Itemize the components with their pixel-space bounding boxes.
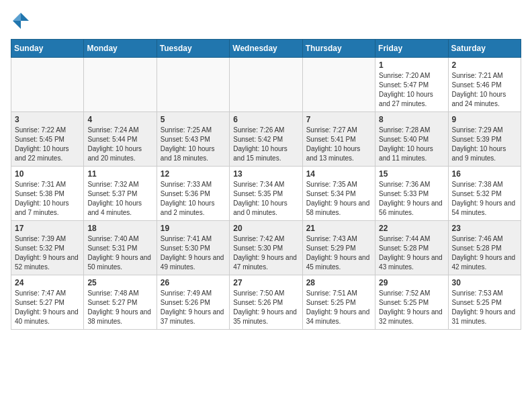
- calendar-week-row: 17Sunrise: 7:39 AM Sunset: 5:32 PM Dayli…: [11, 221, 521, 275]
- calendar-header-row: SundayMondayTuesdayWednesdayThursdayFrid…: [11, 40, 521, 58]
- logo: [11, 11, 34, 31]
- day-number: 6: [233, 115, 298, 124]
- day-info: Sunrise: 7:33 AM Sunset: 5:36 PM Dayligh…: [161, 180, 226, 218]
- day-info: Sunrise: 7:43 AM Sunset: 5:29 PM Dayligh…: [306, 234, 371, 272]
- day-of-week-header: Saturday: [448, 40, 521, 58]
- calendar-week-row: 1Sunrise: 7:20 AM Sunset: 5:47 PM Daylig…: [11, 58, 521, 112]
- day-number: 30: [452, 278, 517, 287]
- calendar-day-cell: [157, 58, 229, 112]
- calendar-day-cell: 2Sunrise: 7:21 AM Sunset: 5:46 PM Daylig…: [448, 58, 521, 112]
- calendar-day-cell: [11, 58, 84, 112]
- day-info: Sunrise: 7:52 AM Sunset: 5:25 PM Dayligh…: [379, 289, 444, 326]
- day-number: 25: [87, 278, 152, 287]
- day-info: Sunrise: 7:47 AM Sunset: 5:27 PM Dayligh…: [15, 289, 80, 326]
- calendar-day-cell: 6Sunrise: 7:26 AM Sunset: 5:42 PM Daylig…: [230, 112, 302, 167]
- day-info: Sunrise: 7:53 AM Sunset: 5:25 PM Dayligh…: [452, 289, 517, 326]
- day-info: Sunrise: 7:39 AM Sunset: 5:32 PM Dayligh…: [15, 234, 80, 272]
- day-number: 20: [233, 224, 298, 233]
- day-info: Sunrise: 7:24 AM Sunset: 5:44 PM Dayligh…: [87, 126, 152, 163]
- day-info: Sunrise: 7:34 AM Sunset: 5:35 PM Dayligh…: [233, 180, 298, 218]
- day-number: 12: [161, 169, 226, 179]
- calendar-day-cell: 4Sunrise: 7:24 AM Sunset: 5:44 PM Daylig…: [84, 112, 157, 167]
- calendar-day-cell: 13Sunrise: 7:34 AM Sunset: 5:35 PM Dayli…: [230, 167, 302, 221]
- calendar-day-cell: 19Sunrise: 7:41 AM Sunset: 5:30 PM Dayli…: [157, 221, 229, 275]
- day-number: 18: [87, 224, 152, 233]
- day-number: 1: [379, 60, 444, 70]
- day-info: Sunrise: 7:36 AM Sunset: 5:33 PM Dayligh…: [379, 180, 444, 218]
- calendar-day-cell: 26Sunrise: 7:49 AM Sunset: 5:26 PM Dayli…: [157, 275, 229, 330]
- day-of-week-header: Monday: [84, 40, 157, 58]
- day-number: 8: [379, 115, 444, 124]
- day-number: 21: [306, 224, 371, 233]
- day-of-week-header: Friday: [375, 40, 448, 58]
- day-number: 2: [452, 60, 517, 70]
- calendar-day-cell: 16Sunrise: 7:38 AM Sunset: 5:32 PM Dayli…: [448, 167, 521, 221]
- day-info: Sunrise: 7:20 AM Sunset: 5:47 PM Dayligh…: [379, 71, 444, 109]
- day-number: 24: [15, 278, 80, 287]
- calendar-day-cell: 18Sunrise: 7:40 AM Sunset: 5:31 PM Dayli…: [84, 221, 157, 275]
- day-number: 3: [15, 115, 80, 124]
- day-info: Sunrise: 7:41 AM Sunset: 5:30 PM Dayligh…: [161, 234, 226, 272]
- logo-icon: [11, 11, 31, 31]
- day-number: 27: [233, 278, 298, 287]
- day-number: 16: [452, 169, 517, 179]
- day-number: 4: [87, 115, 152, 124]
- calendar-day-cell: 15Sunrise: 7:36 AM Sunset: 5:33 PM Dayli…: [375, 167, 448, 221]
- day-of-week-header: Thursday: [302, 40, 375, 58]
- calendar-week-row: 10Sunrise: 7:31 AM Sunset: 5:38 PM Dayli…: [11, 167, 521, 221]
- page-header: [11, 11, 521, 31]
- calendar-day-cell: 30Sunrise: 7:53 AM Sunset: 5:25 PM Dayli…: [448, 275, 521, 330]
- day-info: Sunrise: 7:44 AM Sunset: 5:28 PM Dayligh…: [379, 234, 444, 272]
- calendar-day-cell: 8Sunrise: 7:28 AM Sunset: 5:40 PM Daylig…: [375, 112, 448, 167]
- day-info: Sunrise: 7:50 AM Sunset: 5:26 PM Dayligh…: [233, 289, 298, 326]
- svg-marker-0: [21, 13, 29, 21]
- day-info: Sunrise: 7:46 AM Sunset: 5:28 PM Dayligh…: [452, 234, 517, 272]
- svg-marker-2: [13, 21, 21, 29]
- day-info: Sunrise: 7:25 AM Sunset: 5:43 PM Dayligh…: [161, 126, 226, 163]
- day-number: 28: [306, 278, 371, 287]
- day-number: 11: [87, 169, 152, 179]
- day-info: Sunrise: 7:28 AM Sunset: 5:40 PM Dayligh…: [379, 126, 444, 163]
- calendar-day-cell: 3Sunrise: 7:22 AM Sunset: 5:45 PM Daylig…: [11, 112, 84, 167]
- calendar-day-cell: 22Sunrise: 7:44 AM Sunset: 5:28 PM Dayli…: [375, 221, 448, 275]
- day-info: Sunrise: 7:31 AM Sunset: 5:38 PM Dayligh…: [15, 180, 80, 218]
- day-number: 29: [379, 278, 444, 287]
- calendar-day-cell: 25Sunrise: 7:48 AM Sunset: 5:27 PM Dayli…: [84, 275, 157, 330]
- calendar-week-row: 24Sunrise: 7:47 AM Sunset: 5:27 PM Dayli…: [11, 275, 521, 330]
- calendar-day-cell: 24Sunrise: 7:47 AM Sunset: 5:27 PM Dayli…: [11, 275, 84, 330]
- day-number: 14: [306, 169, 371, 179]
- day-number: 13: [233, 169, 298, 179]
- day-info: Sunrise: 7:27 AM Sunset: 5:41 PM Dayligh…: [306, 126, 371, 163]
- calendar-day-cell: 14Sunrise: 7:35 AM Sunset: 5:34 PM Dayli…: [302, 167, 375, 221]
- day-info: Sunrise: 7:40 AM Sunset: 5:31 PM Dayligh…: [87, 234, 152, 272]
- day-info: Sunrise: 7:26 AM Sunset: 5:42 PM Dayligh…: [233, 126, 298, 163]
- day-info: Sunrise: 7:29 AM Sunset: 5:39 PM Dayligh…: [452, 126, 517, 163]
- day-number: 17: [15, 224, 80, 233]
- calendar-day-cell: 27Sunrise: 7:50 AM Sunset: 5:26 PM Dayli…: [230, 275, 302, 330]
- day-info: Sunrise: 7:32 AM Sunset: 5:37 PM Dayligh…: [87, 180, 152, 218]
- day-number: 26: [161, 278, 226, 287]
- svg-marker-1: [13, 13, 21, 21]
- day-of-week-header: Tuesday: [157, 40, 229, 58]
- calendar-day-cell: 12Sunrise: 7:33 AM Sunset: 5:36 PM Dayli…: [157, 167, 229, 221]
- day-of-week-header: Wednesday: [230, 40, 302, 58]
- day-number: 19: [161, 224, 226, 233]
- day-info: Sunrise: 7:48 AM Sunset: 5:27 PM Dayligh…: [87, 289, 152, 326]
- day-info: Sunrise: 7:49 AM Sunset: 5:26 PM Dayligh…: [161, 289, 226, 326]
- calendar-day-cell: 28Sunrise: 7:51 AM Sunset: 5:25 PM Dayli…: [302, 275, 375, 330]
- calendar-day-cell: [302, 58, 375, 112]
- day-info: Sunrise: 7:22 AM Sunset: 5:45 PM Dayligh…: [15, 126, 80, 163]
- day-number: 9: [452, 115, 517, 124]
- calendar-day-cell: 7Sunrise: 7:27 AM Sunset: 5:41 PM Daylig…: [302, 112, 375, 167]
- calendar-day-cell: 9Sunrise: 7:29 AM Sunset: 5:39 PM Daylig…: [448, 112, 521, 167]
- calendar-day-cell: 5Sunrise: 7:25 AM Sunset: 5:43 PM Daylig…: [157, 112, 229, 167]
- day-info: Sunrise: 7:38 AM Sunset: 5:32 PM Dayligh…: [452, 180, 517, 218]
- calendar-day-cell: [84, 58, 157, 112]
- calendar-day-cell: 1Sunrise: 7:20 AM Sunset: 5:47 PM Daylig…: [375, 58, 448, 112]
- day-info: Sunrise: 7:35 AM Sunset: 5:34 PM Dayligh…: [306, 180, 371, 218]
- day-info: Sunrise: 7:21 AM Sunset: 5:46 PM Dayligh…: [452, 71, 517, 109]
- calendar-week-row: 3Sunrise: 7:22 AM Sunset: 5:45 PM Daylig…: [11, 112, 521, 167]
- day-info: Sunrise: 7:51 AM Sunset: 5:25 PM Dayligh…: [306, 289, 371, 326]
- calendar-day-cell: 23Sunrise: 7:46 AM Sunset: 5:28 PM Dayli…: [448, 221, 521, 275]
- day-info: Sunrise: 7:42 AM Sunset: 5:30 PM Dayligh…: [233, 234, 298, 272]
